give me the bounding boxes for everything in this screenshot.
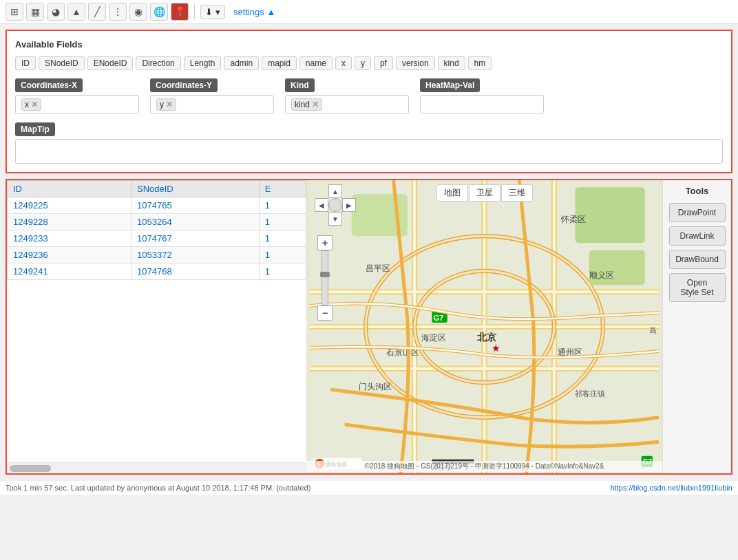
field-tag-hm[interactable]: hm	[468, 56, 492, 70]
open-style-set-button[interactable]: Open Style Set	[669, 273, 726, 302]
cell-id: 1249228	[8, 214, 131, 230]
svg-text:顺义区: 顺义区	[589, 270, 614, 280]
pie-chart-icon[interactable]: ◕	[47, 3, 65, 21]
target-icon[interactable]: ◉	[129, 3, 147, 21]
fields-panel: Available Fields IDSNodeIDENodeIDDirecti…	[6, 30, 732, 173]
map-area[interactable]: 怀柔区 顺义区 昌平区 门头沟区 石景山区 海淀区 北京 通州区 祁客庄镇 ★ …	[306, 180, 662, 473]
cell-snode: 1074768	[131, 263, 260, 280]
toolbar: ⊞ ▦ ◕ ▲ ╱ ⋮ ◉ 🌐 📍 ⬇ ▾ settings ▲	[0, 0, 738, 24]
field-group-kind: Kindkind ✕	[285, 78, 409, 114]
field-tag-mapid[interactable]: mapid	[262, 56, 297, 70]
draw-bound-button[interactable]: DrawBound	[669, 250, 726, 269]
field-chip-x: x ✕	[21, 98, 41, 111]
field-groups: Coordinates-Xx ✕Coordinates-Yy ✕Kindkind…	[15, 78, 723, 114]
nav-up-button[interactable]: ▲	[328, 184, 342, 198]
data-table: IDSNodeIDE 12492251074765112492281053264…	[7, 180, 306, 280]
field-chip-y: y ✕	[156, 98, 176, 111]
svg-text:祁客庄镇: 祁客庄镇	[575, 389, 605, 398]
map-svg: 怀柔区 顺义区 昌平区 门头沟区 石景山区 海淀区 北京 通州区 祁客庄镇 ★ …	[306, 180, 662, 473]
zoom-slider[interactable]	[321, 250, 328, 305]
line-chart-icon[interactable]: ╱	[88, 3, 106, 21]
fields-panel-title: Available Fields	[15, 39, 723, 50]
table-scrollbar[interactable]	[7, 462, 306, 473]
field-tag-x[interactable]: x	[335, 56, 352, 70]
map-type-btn-地图[interactable]: 地图	[436, 184, 468, 202]
svg-text:★: ★	[492, 343, 500, 354]
field-tag-admin[interactable]: admin	[224, 56, 259, 70]
map-type-btn-卫星[interactable]: 卫星	[469, 184, 500, 202]
map-navigation: ▲ ▼ ◀ ▶	[315, 184, 356, 226]
field-tag-length[interactable]: Length	[184, 56, 222, 70]
table-row[interactable]: 124922810532641	[8, 214, 306, 230]
field-tag-direction[interactable]: Direction	[136, 56, 180, 70]
field-tag-snodeid[interactable]: SNodeID	[39, 56, 85, 70]
map-type-btn-三维[interactable]: 三维	[501, 184, 533, 202]
cell-snode: 1053264	[131, 214, 260, 230]
field-tag-name[interactable]: name	[299, 56, 333, 70]
chart-area-icon[interactable]: ▲	[67, 3, 85, 21]
nav-down-button[interactable]: ▼	[328, 212, 342, 226]
field-group-input[interactable]: x ✕	[15, 95, 139, 114]
svg-text:门头沟区: 门头沟区	[359, 382, 392, 391]
map-attribution: ©2018 搜狗地图 - GS(2017)219号 - 甲测资字1100994 …	[306, 461, 662, 472]
zoom-in-button[interactable]: +	[317, 235, 333, 250]
field-tag-pf[interactable]: pf	[374, 56, 393, 70]
status-link[interactable]: https://blog.csdn.net/liubin1991liubin	[611, 484, 732, 492]
cell-e: 1	[259, 197, 306, 214]
scatter-icon[interactable]: ⋮	[109, 3, 127, 21]
cell-snode: 1074767	[131, 230, 260, 247]
field-group-input[interactable]: y ✕	[150, 95, 274, 114]
field-tag-y[interactable]: y	[355, 56, 371, 70]
field-group-input[interactable]: kind ✕	[285, 95, 409, 114]
map-pin-icon[interactable]: 📍	[171, 3, 189, 21]
tools-panel: Tools DrawPoint DrawLink DrawBound Open …	[662, 180, 731, 473]
table-row[interactable]: 124924110747681	[8, 263, 306, 280]
svg-text:G7: G7	[433, 314, 443, 322]
data-table-container: IDSNodeIDE 12492251074765112492281053264…	[7, 180, 306, 473]
maptip-input-box[interactable]	[15, 139, 723, 164]
chart-bar-icon[interactable]: ▦	[26, 3, 44, 21]
maptip-section: MapTip	[15, 122, 723, 164]
field-group-coordinates-y: Coordinates-Yy ✕	[150, 78, 274, 114]
field-group-label: Coordinates-X	[15, 78, 83, 92]
scrollbar-thumb[interactable]	[10, 465, 51, 472]
nav-right-button[interactable]: ▶	[342, 198, 356, 212]
field-group-label: Coordinates-Y	[150, 78, 218, 92]
field-tag-enodeid[interactable]: ENodeID	[87, 56, 134, 70]
download-button[interactable]: ⬇ ▾	[200, 5, 225, 19]
col-header-e[interactable]: E	[259, 181, 306, 197]
maptip-label: MapTip	[15, 122, 55, 136]
cell-id: 1249241	[8, 263, 131, 280]
cell-e: 1	[259, 214, 306, 230]
remove-chip-icon[interactable]: ✕	[31, 100, 38, 109]
table-row[interactable]: 124922510747651	[8, 197, 306, 214]
field-tag-kind[interactable]: kind	[438, 56, 465, 70]
draw-link-button[interactable]: DrawLink	[669, 226, 726, 246]
separator	[194, 4, 195, 19]
zoom-out-button[interactable]: −	[317, 305, 333, 321]
nav-left-button[interactable]: ◀	[315, 198, 328, 212]
field-group-input[interactable]	[420, 95, 544, 114]
cell-id: 1249233	[8, 230, 131, 247]
cell-id: 1249225	[8, 197, 131, 214]
table-body: 1249225107476511249228105326411249233107…	[8, 197, 306, 280]
col-header-snodeid[interactable]: SNodeID	[131, 181, 260, 197]
field-tag-version[interactable]: version	[396, 56, 435, 70]
table-icon[interactable]: ⊞	[6, 3, 23, 21]
table-row[interactable]: 124923310747671	[8, 230, 306, 247]
table-header-row: IDSNodeIDE	[8, 181, 306, 197]
table-row[interactable]: 124923610533721	[8, 247, 306, 263]
bottom-panel: IDSNodeIDE 12492251074765112492281053264…	[6, 179, 732, 475]
zoom-slider-thumb[interactable]	[320, 272, 330, 277]
status-text: Took 1 min 57 sec. Last updated by anony…	[6, 484, 310, 492]
cell-snode: 1074765	[131, 197, 260, 214]
remove-chip-icon[interactable]: ✕	[166, 100, 173, 109]
remove-chip-icon[interactable]: ✕	[312, 100, 319, 109]
col-header-id[interactable]: ID	[8, 181, 131, 197]
draw-point-button[interactable]: DrawPoint	[669, 203, 726, 222]
field-group-label: HeatMap-Val	[420, 78, 480, 92]
field-tag-id[interactable]: ID	[15, 56, 36, 70]
main-content: Available Fields IDSNodeIDENodeIDDirecti…	[0, 24, 738, 480]
globe-icon[interactable]: 🌐	[150, 3, 168, 21]
settings-link[interactable]: settings ▲	[233, 7, 275, 17]
